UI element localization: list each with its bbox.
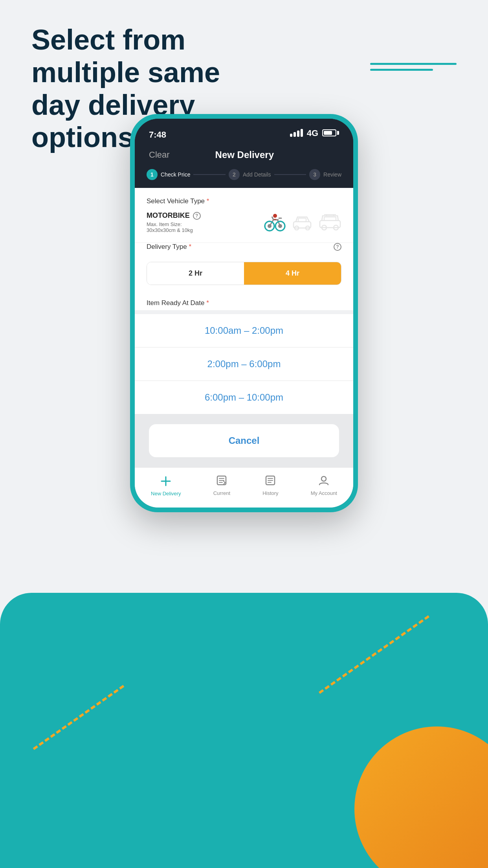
- svg-point-4: [273, 214, 277, 218]
- item-date-section: Item Ready At Date *: [135, 293, 353, 310]
- screen-title: New Delivery: [215, 149, 274, 160]
- spacer: [147, 256, 341, 262]
- vehicle-help-icon[interactable]: ?: [193, 212, 201, 220]
- delivery-type-section: Delivery Type * ? 2 Hr 4 Hr: [135, 243, 353, 293]
- app-content: Select Vehicle Type * MOTORBIKE ? Max. I…: [135, 188, 353, 508]
- svg-rect-12: [324, 217, 336, 221]
- step-2-circle: 2: [229, 169, 240, 180]
- network-label: 4G: [307, 127, 318, 138]
- step-1: 1 Check Price: [147, 169, 190, 180]
- vehicle-size-label: Max. Item Size: 30x30x30cm & 10kg: [147, 221, 264, 233]
- new-delivery-plus-icon: [159, 474, 173, 488]
- svg-point-29: [321, 476, 326, 481]
- step-3-circle: 3: [309, 169, 320, 180]
- vehicle-info: MOTORBIKE ? Max. Item Size: 30x30x30cm &…: [147, 211, 264, 233]
- required-star-vehicle: *: [205, 197, 209, 205]
- nav-item-history[interactable]: History: [262, 474, 278, 496]
- sedan-icon[interactable]: [292, 213, 312, 232]
- phone-outer-bezel: 7:48 4G: [130, 114, 358, 512]
- step-1-label: Check Price: [161, 171, 190, 178]
- step-3: 3 Review: [309, 169, 341, 180]
- time-picker-cancel-button[interactable]: Cancel: [149, 424, 339, 457]
- signal-icon: [290, 129, 303, 137]
- status-right: 4G: [290, 127, 339, 138]
- vehicle-section-label: Select Vehicle Type *: [147, 197, 341, 205]
- step-2: 2 Add Details: [229, 169, 271, 180]
- nav-label-my-account: My Account: [311, 490, 337, 496]
- delivery-type-label: Delivery Type *: [147, 243, 191, 251]
- time-option-2[interactable]: 2:00pm – 6:00pm: [135, 348, 353, 381]
- current-icon: [216, 474, 227, 488]
- history-icon: [264, 474, 276, 488]
- svg-rect-11: [320, 221, 340, 228]
- phone-notch: [213, 119, 275, 133]
- accent-lines-decoration: [370, 63, 457, 75]
- cancel-label[interactable]: Cancel: [229, 435, 260, 446]
- vehicle-type-row: MOTORBIKE ? Max. Item Size: 30x30x30cm &…: [147, 211, 341, 233]
- signal-bar-4: [301, 129, 303, 137]
- my-account-person-icon: [318, 474, 330, 488]
- svg-rect-8: [298, 218, 306, 222]
- step-2-label: Add Details: [243, 171, 271, 178]
- nav-item-current[interactable]: Current: [213, 474, 230, 496]
- battery-icon: [322, 129, 339, 136]
- item-date-label: Item Ready At Date *: [147, 299, 341, 307]
- delivery-help-icon[interactable]: ?: [334, 243, 341, 251]
- signal-bar-2: [294, 132, 296, 137]
- required-star-date: *: [204, 299, 209, 307]
- time-option-3[interactable]: 6:00pm – 10:00pm: [135, 381, 353, 414]
- step-1-circle: 1: [147, 169, 158, 180]
- time-picker-cancel-wrapper: Cancel: [135, 414, 353, 467]
- suv-icon[interactable]: [319, 213, 341, 232]
- svg-rect-7: [294, 222, 311, 228]
- step-3-label: Review: [323, 171, 341, 178]
- delivery-4hr-button[interactable]: 4 Hr: [244, 262, 341, 285]
- nav-label-history: History: [262, 490, 278, 496]
- nav-item-my-account[interactable]: My Account: [311, 474, 337, 496]
- step-connector-2: [274, 174, 306, 175]
- required-star-delivery: *: [187, 243, 191, 250]
- signal-bar-3: [297, 131, 299, 137]
- status-time: 7:48: [149, 126, 166, 140]
- nav-item-new-delivery[interactable]: New Delivery: [151, 474, 181, 497]
- phone-inner: 7:48 4G: [135, 119, 353, 508]
- nav-label-new-delivery: New Delivery: [151, 491, 181, 497]
- time-picker-overlay: 10:00am – 2:00pm 2:00pm – 6:00pm 6:00pm …: [135, 310, 353, 467]
- delivery-label-row: Delivery Type * ?: [147, 243, 341, 251]
- motorbike-icon[interactable]: [264, 212, 286, 233]
- app-nav-header: Clear New Delivery: [135, 143, 353, 169]
- bottom-nav: New Delivery: [135, 467, 353, 508]
- delivery-2hr-button[interactable]: 2 Hr: [147, 262, 244, 285]
- vehicle-type-section: Select Vehicle Type * MOTORBIKE ? Max. I…: [135, 188, 353, 243]
- vehicle-name: MOTORBIKE ?: [147, 211, 264, 220]
- nav-label-current: Current: [213, 490, 230, 496]
- vehicle-icons-group: [264, 212, 341, 233]
- step-connector-1: [193, 174, 226, 175]
- clear-button[interactable]: Clear: [149, 150, 170, 160]
- phone-mockup: 7:48 4G: [130, 114, 358, 512]
- progress-steps: 1 Check Price 2 Add Details 3 Review: [135, 169, 353, 188]
- delivery-type-buttons: 2 Hr 4 Hr: [147, 262, 341, 285]
- signal-bar-1: [290, 134, 292, 137]
- time-option-1[interactable]: 10:00am – 2:00pm: [135, 314, 353, 348]
